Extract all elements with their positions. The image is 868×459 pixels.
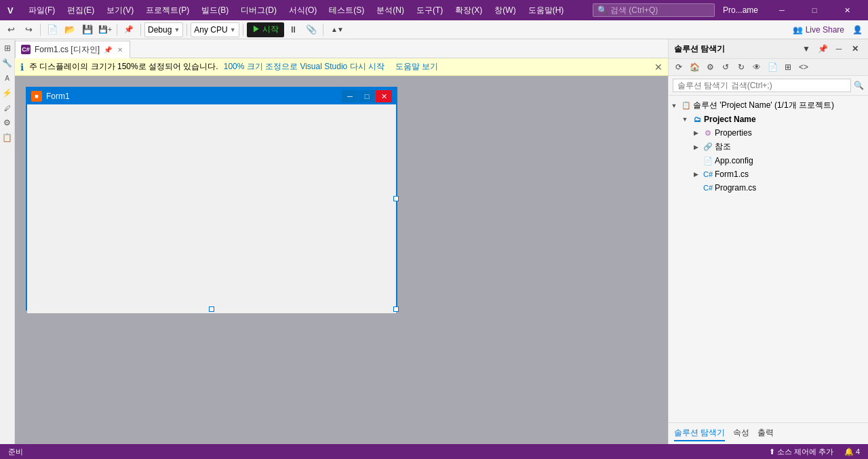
se-title-bar: 솔루션 탐색기 ▼ 📌 ─ ✕ [669,39,868,59]
se-bottom-tab-properties[interactable]: 속성 [733,426,749,441]
se-btn-6[interactable]: ⊞ [781,60,795,74]
properties-expand-arrow[interactable]: ▶ [690,127,701,138]
resize-handle-right[interactable] [393,196,399,201]
side-icon-1[interactable]: ⊞ [1,41,14,55]
live-share-button[interactable]: 👥 Live Share [789,24,848,36]
tab-label: Form1.cs [디자인] [35,44,100,56]
se-btn-3[interactable]: ↺ [718,60,733,74]
redo-button[interactable]: ↪ [20,22,37,37]
solution-explorer: 솔루션 탐색기 ▼ 📌 ─ ✕ ⟳ 🏠 ⚙ ↺ ↻ 👁 📄 ⊞ <> 🔍 [668,39,868,444]
se-btn-4[interactable]: ↻ [734,60,749,74]
debug-dropdown[interactable]: Debug ▼ [144,22,183,37]
menu-debug[interactable]: 디버그(D) [235,3,282,18]
resize-handle-bottom-right[interactable] [393,306,399,312]
tab-pin-icon[interactable]: 📌 [104,46,112,54]
se-pin-button[interactable]: 📌 [815,42,830,56]
menu-format[interactable]: 서식(O) [283,3,322,18]
se-btn-code[interactable]: <> [796,60,811,74]
project-expand-arrow[interactable]: ▼ [679,114,690,125]
notification-link-restart[interactable]: 100% 크기 조정으로 Visual Studio 다시 시작 [224,61,384,73]
editor-area: C# Form1.cs [디자인] 📌 ✕ ℹ 주 디스플레이의 크기가 150… [15,39,668,444]
form-maximize-button[interactable]: □ [359,90,375,102]
toolbar-more[interactable]: ▲▼ [327,22,347,37]
title-search-input[interactable] [610,5,698,15]
menu-tools[interactable]: 도구(T) [411,3,448,18]
status-source-control[interactable]: ⬆ 소스 제어에 추가 [766,445,836,458]
tree-item-appconfig[interactable]: ▶ 📄 App.config [669,154,868,167]
cpu-dropdown[interactable]: Any CPU ▼ [191,22,239,37]
pause-button[interactable]: ⏸ [285,22,302,37]
toolbar-separator-1 [40,24,41,36]
side-icon-4[interactable]: ⚡ [1,86,14,100]
menu-build[interactable]: 빌드(B) [196,3,234,18]
main-content: ⊞ 🔧 A ⚡ 🖊 ⚙ 📋 C# Form1.cs [디자인] 📌 ✕ ℹ 주 … [0,39,868,444]
toolbar-separator-4 [186,24,187,36]
new-file-button[interactable]: 📄 [44,22,60,37]
se-close-button[interactable]: ✕ [848,42,863,56]
tree-item-properties[interactable]: ▶ ⚙ Properties [669,126,868,140]
se-search-input[interactable] [673,79,851,92]
side-icon-7[interactable]: 📋 [1,131,14,144]
se-btn-5[interactable]: 📄 [765,60,780,74]
side-icon-5[interactable]: 🖊 [1,101,14,115]
menu-window[interactable]: 창(W) [489,3,521,18]
menu-analyze[interactable]: 분석(N) [371,3,410,18]
notification-close-button[interactable]: ✕ [654,62,663,73]
form-close-button[interactable]: ✕ [376,90,392,102]
account-button[interactable]: 👤 [850,24,865,36]
tree-item-form1cs[interactable]: ▶ C# Form1.cs [669,167,868,181]
side-icon-6[interactable]: ⚙ [1,116,14,129]
open-button[interactable]: 📂 [62,22,78,37]
resize-handle-bottom[interactable] [209,306,214,312]
solution-expand-arrow[interactable]: ▼ [669,100,679,111]
side-icon-3[interactable]: A [1,71,14,85]
tree-item-programcs[interactable]: ▶ C# Program.cs [669,181,868,195]
save-button[interactable]: 💾 [79,22,96,37]
se-minimize-button[interactable]: ─ [831,42,846,56]
maximize-button[interactable]: □ [799,0,830,20]
attach-button[interactable]: 📎 [303,22,319,37]
se-bottom-tab-solution[interactable]: 솔루션 탐색기 [674,426,725,441]
menu-view[interactable]: 보기(V) [101,3,139,18]
se-btn-properties[interactable]: ⚙ [703,60,717,74]
tab-close-button[interactable]: ✕ [116,45,124,54]
title-bar: V 파일(F) 편집(E) 보기(V) 프로젝트(P) 빌드(B) 디버그(D)… [0,0,868,20]
se-search-icon[interactable]: 🔍 [854,81,864,90]
menu-extensions[interactable]: 확장(X) [450,3,488,18]
menu-project[interactable]: 프로젝트(P) [140,3,195,18]
se-btn-preview[interactable]: 👁 [749,60,764,74]
form-body[interactable] [27,104,396,313]
menu-edit[interactable]: 편집(E) [62,3,100,18]
undo-button[interactable]: ↩ [3,22,19,37]
status-ready[interactable]: 준비 [5,445,26,458]
status-source-control-text: 소스 제어에 추가 [777,447,833,457]
close-button[interactable]: ✕ [831,0,863,20]
title-search-box[interactable]: 🔍 [593,3,715,17]
save-all-button[interactable]: 💾+ [97,22,113,37]
se-filter-button[interactable]: ▼ [799,42,814,56]
notification-bell-icon: 🔔 [844,447,854,456]
side-icon-2[interactable]: 🔧 [1,56,14,70]
menu-file[interactable]: 파일(F) [23,3,60,18]
properties-icon: ⚙ [703,127,713,138]
se-btn-1[interactable]: ⟳ [671,60,686,74]
notification-link-help[interactable]: 도움말 보기 [395,61,438,73]
se-btn-2[interactable]: 🏠 [687,60,702,74]
tab-form1-design[interactable]: C# Form1.cs [디자인] 📌 ✕ [15,41,130,58]
form-minimize-button[interactable]: ─ [342,90,358,102]
tree-item-solution[interactable]: ▼ 📋 솔루션 'Project Name' (1/1개 프로젝트) [669,98,868,113]
form1cs-expand-arrow[interactable]: ▶ [690,169,701,180]
minimize-button[interactable]: ─ [766,0,797,20]
start-button[interactable]: ▶ 시작 [247,22,284,37]
designer-canvas[interactable]: ■ Form1 ─ □ ✕ [15,76,668,444]
references-expand-arrow[interactable]: ▶ [690,142,701,153]
tree-item-project[interactable]: ▼ 🗂 Project Name [669,113,868,126]
tree-item-references[interactable]: ▶ 🔗 참조 [669,140,868,154]
status-notification[interactable]: 🔔 4 [842,446,863,458]
toolbar-pin[interactable]: 📌 [121,22,137,37]
form1cs-icon: C# [703,169,713,180]
status-left: 준비 [5,445,758,458]
menu-test[interactable]: 테스트(S) [323,3,370,18]
se-bottom-tab-output[interactable]: 출력 [757,426,774,441]
menu-help[interactable]: 도움말(H) [523,3,570,18]
